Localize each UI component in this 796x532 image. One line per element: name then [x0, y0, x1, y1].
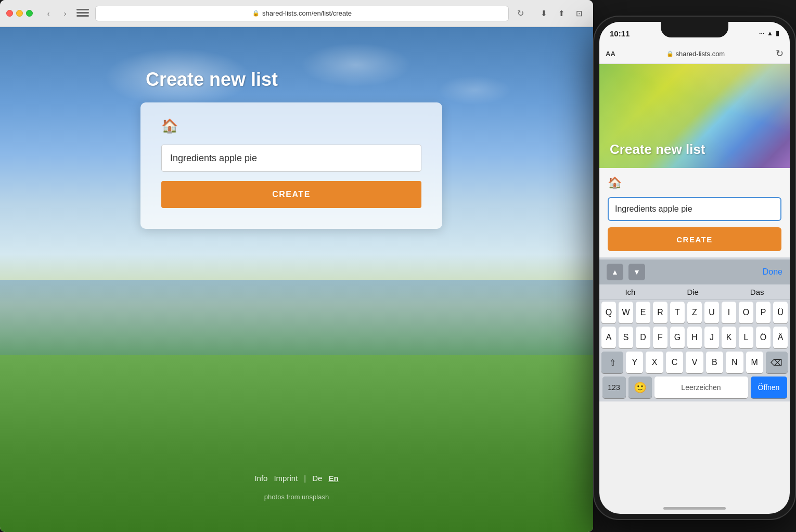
battery-icon: ▮ — [776, 30, 779, 37]
keyboard-suggestions: Ich Die Das — [599, 284, 790, 300]
key-a[interactable]: A — [601, 327, 616, 348]
key-w[interactable]: W — [619, 302, 633, 323]
suggestion-die[interactable]: Die — [687, 288, 699, 296]
phone-home-icon: 🏠 — [608, 176, 781, 190]
footer-links: Info Imprint | De En — [0, 474, 593, 483]
key-backspace[interactable]: ⌫ — [766, 352, 788, 373]
browser-chrome: ‹ › 🔒 shared-lists.com/en/list/create ↻ … — [0, 0, 593, 27]
home-icon: 🏠 — [161, 118, 421, 134]
browser-content: Create new list 🏠 CREATE Info Imprint | … — [0, 27, 593, 532]
lang-de-link[interactable]: De — [312, 474, 322, 483]
keyboard-row-1: Q W E R T Z U I O P Ü — [599, 300, 790, 325]
share-button[interactable]: ⬆ — [554, 7, 569, 20]
lock-icon: 🔒 — [252, 10, 260, 17]
key-numbers[interactable]: 123 — [602, 377, 626, 398]
key-ae[interactable]: Ä — [773, 327, 788, 348]
footer: Info Imprint | De En photos from unsplas… — [0, 474, 593, 501]
keyboard-done-button[interactable]: Done — [763, 267, 782, 277]
key-x[interactable]: X — [646, 352, 663, 373]
keyboard-row-2: A S D F G H J K L Ö Ä — [599, 325, 790, 350]
phone-reload-button[interactable]: ↻ — [776, 48, 784, 59]
wifi-icon: ▲ — [767, 30, 773, 37]
key-space[interactable]: Leerzeichen — [654, 377, 748, 398]
phone-domain: shared-lists.com — [676, 50, 725, 58]
key-ue[interactable]: Ü — [773, 302, 788, 323]
download-button[interactable]: ⬇ — [536, 7, 551, 20]
info-link[interactable]: Info — [254, 474, 267, 483]
back-button[interactable]: ‹ — [41, 8, 56, 19]
keyboard-next-button[interactable]: ▼ — [628, 264, 645, 280]
suggestion-ich[interactable]: Ich — [625, 288, 635, 296]
key-h[interactable]: H — [687, 327, 702, 348]
key-f[interactable]: F — [653, 327, 667, 348]
key-p[interactable]: P — [756, 302, 771, 323]
phone-device: 10:11 ··· ▲ ▮ AA 🔒 shared-lists.com ↻ Cr… — [593, 16, 796, 520]
status-icons: ··· ▲ ▮ — [759, 30, 779, 37]
traffic-lights — [6, 10, 33, 17]
reload-button[interactable]: ↻ — [513, 8, 528, 19]
suggestion-das[interactable]: Das — [750, 288, 764, 296]
create-list-card: 🏠 CREATE — [140, 102, 442, 229]
key-t[interactable]: T — [670, 302, 685, 323]
key-g[interactable]: G — [670, 327, 685, 348]
key-l[interactable]: L — [739, 327, 753, 348]
key-s[interactable]: S — [619, 327, 633, 348]
status-time: 10:11 — [610, 29, 630, 38]
minimize-button[interactable] — [16, 10, 23, 17]
url-text: shared-lists.com/en/list/create — [262, 9, 352, 17]
page-title: Create new list — [146, 69, 278, 90]
key-emoji[interactable]: 🙂 — [628, 377, 652, 398]
phone-screen: 10:11 ··· ▲ ▮ AA 🔒 shared-lists.com ↻ Cr… — [599, 22, 790, 514]
key-open[interactable]: Öffnen — [751, 377, 787, 398]
sidebar-toggle-button[interactable] — [76, 9, 89, 18]
phone-page-title: Create new list — [610, 141, 705, 158]
close-button[interactable] — [6, 10, 13, 17]
list-name-input[interactable] — [161, 145, 421, 172]
maximize-button[interactable] — [26, 10, 33, 17]
keyboard-prev-button[interactable]: ▲ — [607, 264, 623, 280]
address-bar[interactable]: 🔒 shared-lists.com/en/list/create — [95, 6, 509, 21]
keyboard-nav-arrows: ▲ ▼ — [607, 264, 645, 280]
key-oe[interactable]: Ö — [756, 327, 771, 348]
key-c[interactable]: C — [666, 352, 683, 373]
phone-notch — [661, 22, 728, 37]
key-k[interactable]: K — [722, 327, 736, 348]
key-v[interactable]: V — [686, 352, 703, 373]
tabs-button[interactable]: ⊡ — [571, 7, 587, 20]
keyboard-row-4: 123 🙂 Leerzeichen Öffnen — [599, 375, 790, 401]
key-y[interactable]: Y — [626, 352, 643, 373]
key-b[interactable]: B — [706, 352, 723, 373]
key-z[interactable]: Z — [687, 302, 702, 323]
keyboard-row-3: ⇧ Y X C V B N M ⌫ — [599, 350, 790, 375]
forward-button[interactable]: › — [58, 8, 72, 19]
key-i[interactable]: I — [722, 302, 736, 323]
lang-en-link[interactable]: En — [328, 474, 338, 483]
key-m[interactable]: M — [746, 352, 763, 373]
phone-aa-label[interactable]: AA — [606, 50, 615, 58]
key-d[interactable]: D — [636, 327, 650, 348]
phone-list-name-input[interactable] — [608, 197, 781, 221]
key-j[interactable]: J — [704, 327, 719, 348]
signal-dots-icon: ··· — [759, 30, 764, 37]
phone-form-area: 🏠 CREATE — [599, 168, 790, 257]
key-u[interactable]: U — [704, 302, 719, 323]
browser-window: ‹ › 🔒 shared-lists.com/en/list/create ↻ … — [0, 0, 593, 532]
nav-buttons: ‹ › — [41, 8, 72, 19]
browser-actions: ⬇ ⬆ ⊡ — [536, 7, 587, 20]
phone-home-indicator — [663, 507, 726, 510]
key-e[interactable]: E — [636, 302, 650, 323]
key-n[interactable]: N — [726, 352, 743, 373]
phone-address-bar[interactable]: 🔒 shared-lists.com — [666, 50, 725, 58]
key-q[interactable]: Q — [601, 302, 616, 323]
photos-credit: photos from unsplash — [0, 493, 593, 501]
phone-browser-bar: AA 🔒 shared-lists.com ↻ — [599, 45, 790, 64]
phone-lock-icon: 🔒 — [666, 50, 674, 57]
create-button[interactable]: CREATE — [161, 181, 421, 208]
keyboard-toolbar: ▲ ▼ Done — [599, 259, 790, 284]
phone-create-button[interactable]: CREATE — [608, 227, 781, 251]
key-r[interactable]: R — [653, 302, 667, 323]
key-o[interactable]: O — [739, 302, 753, 323]
key-shift[interactable]: ⇧ — [601, 352, 623, 373]
imprint-link[interactable]: Imprint — [274, 474, 298, 483]
phone-hero-image: Create new list — [599, 64, 790, 168]
